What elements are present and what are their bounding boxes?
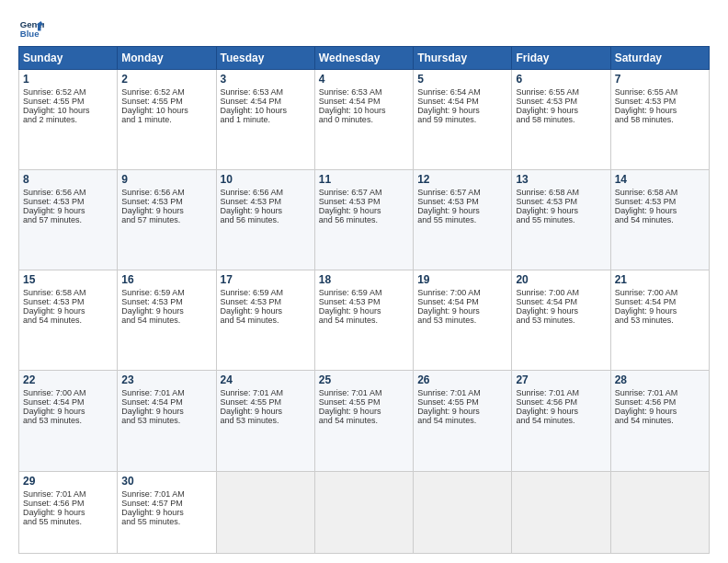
cell-line: Sunrise: 6:58 AM xyxy=(23,288,113,297)
day-number: 15 xyxy=(23,273,113,286)
cell-line: Sunrise: 6:53 AM xyxy=(221,87,311,97)
logo-icon: General Blue xyxy=(18,15,44,40)
calendar-cell: 15Sunrise: 6:58 AMSunset: 4:53 PMDayligh… xyxy=(19,270,118,371)
cell-line: and 54 minutes. xyxy=(221,316,311,325)
cell-line: Sunrise: 7:00 AM xyxy=(417,288,507,297)
cell-line: Sunset: 4:54 PM xyxy=(417,297,507,306)
cell-line: Sunset: 4:55 PM xyxy=(121,97,211,106)
cell-line: Daylight: 9 hours xyxy=(615,306,705,316)
cell-line: and 53 minutes. xyxy=(23,416,113,425)
day-number: 21 xyxy=(615,273,705,286)
day-number: 18 xyxy=(319,273,409,286)
cell-line: Sunset: 4:53 PM xyxy=(23,297,113,306)
day-number: 19 xyxy=(417,273,507,286)
calendar-cell xyxy=(314,471,413,553)
day-number: 13 xyxy=(516,173,606,186)
calendar-week-2: 8Sunrise: 6:56 AMSunset: 4:53 PMDaylight… xyxy=(19,170,710,270)
calendar-cell: 14Sunrise: 6:58 AMSunset: 4:53 PMDayligh… xyxy=(610,170,709,270)
cell-line: Daylight: 9 hours xyxy=(615,206,705,215)
cell-line: and 54 minutes. xyxy=(417,416,507,425)
cell-line: Sunset: 4:53 PM xyxy=(23,197,113,206)
calendar-cell: 12Sunrise: 6:57 AMSunset: 4:53 PMDayligh… xyxy=(414,170,512,270)
day-number: 14 xyxy=(615,173,705,186)
cell-line: and 54 minutes. xyxy=(615,215,705,224)
calendar-cell: 1Sunrise: 6:52 AMSunset: 4:55 PMDaylight… xyxy=(19,70,118,170)
day-number: 30 xyxy=(121,475,211,488)
cell-line: Daylight: 9 hours xyxy=(23,407,113,416)
cell-line: Daylight: 9 hours xyxy=(221,206,311,215)
cell-line: Daylight: 9 hours xyxy=(417,106,507,115)
cell-line: Sunset: 4:53 PM xyxy=(221,297,311,306)
cell-line: Sunrise: 6:59 AM xyxy=(121,288,211,297)
calendar-cell: 30Sunrise: 7:01 AMSunset: 4:57 PMDayligh… xyxy=(118,471,216,553)
day-number: 3 xyxy=(221,73,311,86)
cell-line: Sunset: 4:53 PM xyxy=(615,197,705,206)
cell-line: Sunset: 4:53 PM xyxy=(221,197,311,206)
cell-line: and 53 minutes. xyxy=(417,316,507,325)
day-number: 10 xyxy=(221,173,311,186)
calendar-cell: 27Sunrise: 7:01 AMSunset: 4:56 PMDayligh… xyxy=(512,371,610,471)
cell-line: Sunset: 4:55 PM xyxy=(417,397,507,407)
cell-line: Sunrise: 7:01 AM xyxy=(221,388,311,397)
cell-line: and 56 minutes. xyxy=(221,215,311,224)
cell-line: Sunset: 4:53 PM xyxy=(319,297,409,306)
cell-line: and 53 minutes. xyxy=(615,316,705,325)
calendar-cell: 18Sunrise: 6:59 AMSunset: 4:53 PMDayligh… xyxy=(314,270,413,371)
cell-line: Daylight: 9 hours xyxy=(516,306,606,316)
calendar-cell: 8Sunrise: 6:56 AMSunset: 4:53 PMDaylight… xyxy=(19,170,118,270)
cell-line: Sunrise: 6:59 AM xyxy=(319,288,409,297)
cell-line: Sunset: 4:53 PM xyxy=(417,197,507,206)
calendar-cell: 3Sunrise: 6:53 AMSunset: 4:54 PMDaylight… xyxy=(216,70,314,170)
header: General Blue xyxy=(18,15,710,40)
cell-line: Daylight: 10 hours xyxy=(121,106,211,115)
cell-line: Daylight: 9 hours xyxy=(221,407,311,416)
cell-line: Daylight: 9 hours xyxy=(516,206,606,215)
cell-line: and 1 minute. xyxy=(121,115,211,124)
cell-line: and 55 minutes. xyxy=(23,517,113,526)
calendar-cell: 21Sunrise: 7:00 AMSunset: 4:54 PMDayligh… xyxy=(610,270,709,371)
cell-line: Sunset: 4:54 PM xyxy=(121,397,211,407)
cell-line: Daylight: 9 hours xyxy=(319,407,409,416)
cell-line: Sunrise: 6:52 AM xyxy=(121,87,211,97)
calendar-cell: 22Sunrise: 7:00 AMSunset: 4:54 PMDayligh… xyxy=(19,371,118,471)
cell-line: Daylight: 9 hours xyxy=(23,306,113,316)
cell-line: and 0 minutes. xyxy=(319,115,409,124)
day-number: 22 xyxy=(23,373,113,386)
cell-line: Sunset: 4:54 PM xyxy=(615,297,705,306)
cell-line: and 53 minutes. xyxy=(121,416,211,425)
calendar-week-5: 29Sunrise: 7:01 AMSunset: 4:56 PMDayligh… xyxy=(19,471,710,553)
cell-line: Daylight: 9 hours xyxy=(516,106,606,115)
cell-line: Sunset: 4:53 PM xyxy=(121,197,211,206)
day-number: 7 xyxy=(615,73,705,86)
cell-line: Sunset: 4:57 PM xyxy=(121,499,211,508)
day-number: 28 xyxy=(615,373,705,386)
cell-line: Sunset: 4:53 PM xyxy=(319,197,409,206)
day-number: 20 xyxy=(516,273,606,286)
cell-line: Daylight: 10 hours xyxy=(319,106,409,115)
weekday-header-friday: Friday xyxy=(512,47,610,70)
cell-line: Sunrise: 6:54 AM xyxy=(417,87,507,97)
day-number: 26 xyxy=(417,373,507,386)
cell-line: Sunrise: 7:01 AM xyxy=(121,489,211,499)
cell-line: and 53 minutes. xyxy=(516,316,606,325)
cell-line: Sunset: 4:56 PM xyxy=(516,397,606,407)
cell-line: Sunset: 4:55 PM xyxy=(23,97,113,106)
cell-line: Sunset: 4:56 PM xyxy=(23,499,113,508)
calendar-cell: 13Sunrise: 6:58 AMSunset: 4:53 PMDayligh… xyxy=(512,170,610,270)
calendar-week-1: 1Sunrise: 6:52 AMSunset: 4:55 PMDaylight… xyxy=(19,70,710,170)
cell-line: and 58 minutes. xyxy=(516,115,606,124)
cell-line: and 2 minutes. xyxy=(23,115,113,124)
calendar-cell: 23Sunrise: 7:01 AMSunset: 4:54 PMDayligh… xyxy=(118,371,216,471)
cell-line: Daylight: 9 hours xyxy=(121,206,211,215)
cell-line: Sunrise: 6:55 AM xyxy=(516,87,606,97)
day-number: 24 xyxy=(221,373,311,386)
cell-line: Sunset: 4:54 PM xyxy=(23,397,113,407)
cell-line: Daylight: 9 hours xyxy=(417,407,507,416)
calendar-cell: 26Sunrise: 7:01 AMSunset: 4:55 PMDayligh… xyxy=(414,371,512,471)
cell-line: Sunrise: 6:55 AM xyxy=(615,87,705,97)
logo: General Blue xyxy=(18,15,44,40)
cell-line: Sunrise: 7:01 AM xyxy=(23,489,113,499)
cell-line: Sunrise: 6:56 AM xyxy=(121,188,211,197)
day-number: 11 xyxy=(319,173,409,186)
cell-line: and 54 minutes. xyxy=(319,316,409,325)
